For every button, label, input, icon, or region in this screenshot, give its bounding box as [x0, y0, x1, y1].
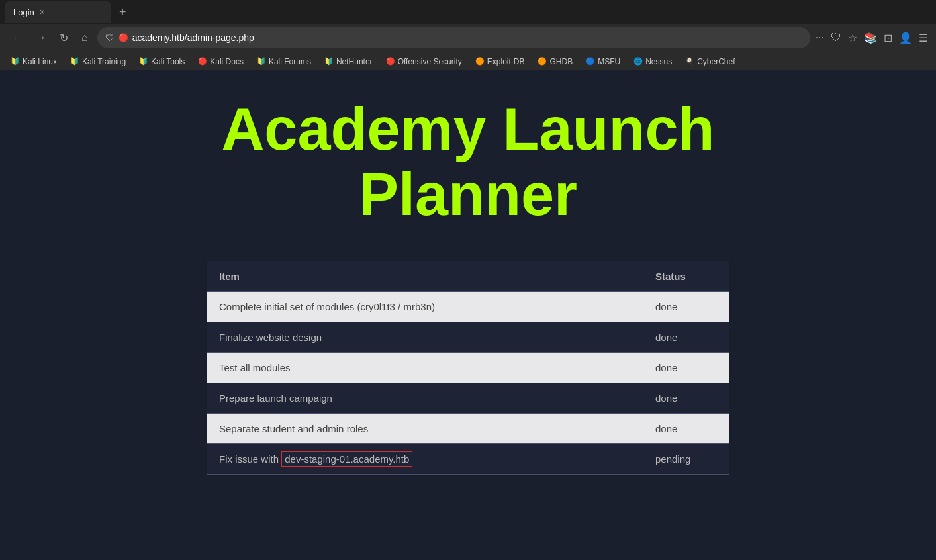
active-tab[interactable]: Login ×	[5, 1, 111, 23]
table-row: Test all modules done	[207, 353, 729, 383]
kali-tools-icon: 🔰	[139, 57, 148, 66]
bookmark-nessus[interactable]: 🌐 Nessus	[628, 56, 677, 68]
table-cell-status-pending: pending	[643, 444, 729, 475]
refresh-button[interactable]: ↻	[56, 29, 72, 47]
nessus-icon: 🌐	[633, 57, 643, 66]
planner-table: Item Status Complete initial set of modu…	[207, 261, 729, 475]
bookmark-msfu[interactable]: 🔵 MSFU	[581, 56, 626, 68]
forward-button[interactable]: →	[32, 29, 50, 46]
page-content: Academy Launch Planner Item Status Compl…	[0, 70, 936, 534]
cyberchef-icon: 🍳	[685, 57, 694, 66]
table-cell-item: Test all modules	[207, 353, 643, 383]
bookmark-nethunter-label: NetHunter	[336, 57, 373, 66]
column-header-status: Status	[643, 261, 729, 292]
nav-bar: ← → ↻ ⌂ 🛡 🔴 ··· 🛡 ☆ 📚 ⊡ 👤 ☰	[0, 24, 936, 52]
bookmark-nethunter[interactable]: 🔰 NetHunter	[319, 56, 378, 68]
table-header-row: Item Status	[207, 261, 729, 292]
table-cell-item-with-link: Fix issue with dev-staging-01.academy.ht…	[207, 444, 643, 475]
bookmark-msfu-label: MSFU	[598, 57, 620, 66]
table-cell-item: Finalize website design	[207, 322, 643, 353]
table-row: Prepare launch campaign done	[207, 383, 729, 414]
table-cell-status: done	[643, 353, 729, 383]
new-tab-button[interactable]: +	[114, 5, 132, 19]
bookmark-exploit-db-label: Exploit-DB	[487, 57, 525, 66]
more-button[interactable]: ···	[816, 32, 824, 44]
fix-issue-prefix: Fix issue with	[219, 453, 281, 465]
site-favicon: 🔴	[118, 33, 128, 42]
offensive-security-icon: 🔴	[386, 57, 395, 66]
bookmark-kali-forums[interactable]: 🔰 Kali Forums	[252, 56, 316, 68]
table-cell-status: done	[643, 383, 729, 414]
back-button[interactable]: ←	[8, 29, 26, 46]
table-row-highlight: Fix issue with dev-staging-01.academy.ht…	[207, 444, 729, 475]
bookmark-cyberchef[interactable]: 🍳 CyberChef	[680, 56, 740, 68]
table-cell-item: Prepare launch campaign	[207, 383, 643, 414]
tab-bar: Login × +	[0, 0, 936, 24]
browser-chrome: Login × + ← → ↻ ⌂ 🛡 🔴 ··· 🛡 ☆ 📚 ⊡ 👤 ☰ 🔰 …	[0, 0, 936, 70]
bookmark-kali-tools-label: Kali Tools	[151, 57, 185, 66]
menu-icon[interactable]: ☰	[919, 32, 928, 44]
table-cell-status: done	[643, 292, 729, 322]
bookmark-cyberchef-label: CyberChef	[697, 57, 735, 66]
table-cell-status: done	[643, 414, 729, 444]
column-header-item: Item	[207, 261, 643, 292]
table-cell-item: Separate student and admin roles	[207, 414, 643, 444]
bookmark-kali-docs-label: Kali Docs	[210, 57, 244, 66]
bookmark-kali-linux-label: Kali Linux	[23, 57, 57, 66]
bookmark-star-icon[interactable]: ☆	[848, 32, 857, 44]
kali-forums-icon: 🔰	[257, 57, 266, 66]
bookmark-kali-forums-label: Kali Forums	[269, 57, 311, 66]
bookmark-nessus-label: Nessus	[645, 57, 672, 66]
bookmark-kali-training[interactable]: 🔰 Kali Training	[65, 56, 131, 68]
bookmark-ghdb[interactable]: 🟠 GHDB	[532, 56, 578, 68]
table-cell-status: done	[643, 322, 729, 353]
bookmark-kali-docs[interactable]: 🔴 Kali Docs	[193, 56, 249, 68]
profile-icon[interactable]: 👤	[899, 32, 912, 44]
bookmark-ghdb-label: GHDB	[549, 57, 573, 66]
exploit-db-icon: 🟠	[475, 57, 485, 66]
security-shield-icon: 🛡	[105, 32, 115, 43]
table-row: Separate student and admin roles done	[207, 414, 729, 444]
tab-title: Login	[13, 7, 34, 17]
bookmark-kali-tools[interactable]: 🔰 Kali Tools	[134, 56, 190, 68]
table-container: Item Status Complete initial set of modu…	[207, 261, 729, 475]
kali-training-icon: 🔰	[70, 57, 79, 66]
bookmarks-bar: 🔰 Kali Linux 🔰 Kali Training 🔰 Kali Tool…	[0, 52, 936, 70]
split-view-icon[interactable]: ⊡	[884, 32, 892, 44]
address-input[interactable]	[132, 32, 802, 43]
bookmark-kali-linux[interactable]: 🔰 Kali Linux	[5, 56, 62, 68]
address-bar-container: 🛡 🔴	[97, 27, 810, 48]
bookmark-offensive-security[interactable]: 🔴 Offensive Security	[381, 56, 467, 68]
extensions-icon[interactable]: 📚	[864, 32, 877, 44]
bookmark-exploit-db[interactable]: 🟠 Exploit-DB	[470, 56, 530, 68]
table-row: Complete initial set of modules (cry0l1t…	[207, 292, 729, 322]
nav-extra-buttons: ··· 🛡 ☆ 📚 ⊡ 👤 ☰	[816, 32, 928, 44]
home-button[interactable]: ⌂	[77, 29, 92, 46]
ghdb-icon: 🟠	[538, 57, 547, 66]
kali-docs-icon: 🔴	[198, 57, 207, 66]
table-cell-item: Complete initial set of modules (cry0l1t…	[207, 292, 643, 322]
bookmark-offensive-security-label: Offensive Security	[398, 57, 462, 66]
tab-close-button[interactable]: ×	[40, 7, 45, 17]
nethunter-icon: 🔰	[324, 57, 334, 66]
msfu-icon: 🔵	[586, 57, 595, 66]
staging-link[interactable]: dev-staging-01.academy.htb	[281, 451, 412, 467]
page-title: Academy Launch Planner	[221, 97, 714, 228]
table-row: Finalize website design done	[207, 322, 729, 353]
shield-extra-icon[interactable]: 🛡	[831, 32, 841, 44]
bookmark-kali-training-label: Kali Training	[82, 57, 126, 66]
kali-linux-icon: 🔰	[11, 57, 20, 66]
